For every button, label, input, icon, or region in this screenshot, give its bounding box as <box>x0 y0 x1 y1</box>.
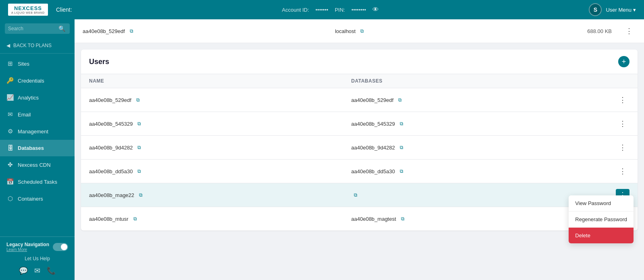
user-name-text: aa40e08b_mage22 <box>89 192 134 198</box>
regenerate-password-menu-item[interactable]: Regenerate Password <box>569 212 634 228</box>
col-header-name: Name <box>89 78 351 84</box>
email-support-icon[interactable]: ✉ <box>34 266 40 275</box>
copy-dbname-icon[interactable]: ⧉ <box>398 97 402 103</box>
view-password-menu-item[interactable]: View Password <box>569 195 634 212</box>
sidebar-item-analytics[interactable]: 📈 Analytics <box>0 89 75 106</box>
sidebar-item-sites[interactable]: ⊞ Sites <box>0 55 75 72</box>
add-user-button[interactable]: + <box>618 56 629 67</box>
back-to-plans-label: BACK TO PLANS <box>13 43 52 48</box>
sidebar-item-containers[interactable]: ⬡ Containers <box>0 190 75 207</box>
user-name-text: aa40e08b_9d4282 <box>89 145 133 151</box>
row-more-menu-icon[interactable]: ⋮ <box>616 118 629 130</box>
copy-username-icon[interactable]: ⧉ <box>139 192 143 198</box>
top-db-name-copy-icon[interactable]: ⧉ <box>130 28 133 34</box>
users-table-header: Name Databases <box>81 74 638 88</box>
table-row: aa40e08b_9d4282 ⧉ aa40e08b_9d4282 ⧉ ⋮ <box>81 136 638 160</box>
logo-box: NEXCESS A LIQUID WEB BRAND <box>8 4 48 16</box>
sidebar-item-credentials[interactable]: 🔑 Credentials <box>0 72 75 89</box>
learn-more-link[interactable]: Learn More <box>6 247 49 252</box>
sidebar-item-label: Email <box>18 112 31 118</box>
sidebar-footer: Legacy Navigation Learn More Let Us Help… <box>0 236 75 280</box>
let-us-help-text: Let Us Help <box>6 253 68 263</box>
nexcess-cdn-icon: ✤ <box>6 161 14 168</box>
header: NEXCESS A LIQUID WEB BRAND Client: Accou… <box>0 0 644 19</box>
eye-icon[interactable]: 👁 <box>372 6 379 13</box>
row-db-name: aa40e08b_545329 ⧉ <box>351 121 614 127</box>
row-db-name: aa40e08b_529edf ⧉ <box>351 97 614 103</box>
chat-icon[interactable]: 💬 <box>19 266 28 275</box>
phone-icon[interactable]: 📞 <box>47 266 56 275</box>
row-actions: ⋮ <box>613 141 629 153</box>
copy-dbname-icon[interactable]: ⧉ <box>400 168 403 174</box>
copy-dbname-icon[interactable]: ⧉ <box>401 216 405 222</box>
credentials-icon: 🔑 <box>6 77 14 84</box>
row-actions: ⋮ <box>613 165 629 177</box>
containers-icon: ⬡ <box>6 195 14 202</box>
copy-dbname-icon[interactable]: ⧉ <box>400 145 403 150</box>
sidebar-item-scheduled-tasks[interactable]: 📅 Scheduled Tasks <box>0 173 75 190</box>
users-section: Users + Name Databases aa40e08b_529edf ⧉… <box>81 50 638 230</box>
copy-dbname-icon[interactable]: ⧉ <box>354 192 357 198</box>
main-content: aa40e08b_529edf ⧉ localhost ⧉ 688.00 KB … <box>75 19 644 280</box>
users-section-title: Users <box>89 58 109 66</box>
db-name-text: aa40e08b_magtest <box>351 216 396 222</box>
db-name-text: aa40e08b_9d4282 <box>351 145 395 151</box>
copy-username-icon[interactable]: ⧉ <box>136 97 140 103</box>
row-more-menu-icon[interactable]: ⋮ <box>616 141 629 153</box>
copy-dbname-icon[interactable]: ⧉ <box>400 121 403 127</box>
user-name-text: aa40e08b_mtusr <box>89 216 129 222</box>
row-user-name: aa40e08b_mage22 ⧉ <box>89 192 351 198</box>
row-user-name: aa40e08b_529edf ⧉ <box>89 97 351 103</box>
copy-username-icon[interactable]: ⧉ <box>137 168 141 174</box>
copy-username-icon[interactable]: ⧉ <box>133 216 137 222</box>
layout: 🔍 ◀ BACK TO PLANS ⊞ Sites 🔑 Credentials … <box>0 19 644 280</box>
row-more-menu-icon[interactable]: ⋮ <box>616 165 629 177</box>
top-db-row: aa40e08b_529edf ⧉ localhost ⧉ 688.00 KB … <box>75 19 644 43</box>
email-icon: ✉ <box>6 111 14 118</box>
users-section-header: Users + <box>81 50 638 74</box>
pin-value: •••••••• <box>351 7 366 13</box>
sidebar-item-label: Nexcess CDN <box>18 162 51 168</box>
table-row: aa40e08b_545329 ⧉ aa40e08b_545329 ⧉ ⋮ <box>81 112 638 136</box>
row-more-menu-icon[interactable]: ⋮ <box>616 94 629 106</box>
logo: NEXCESS A LIQUID WEB BRAND <box>8 4 48 16</box>
back-to-plans-button[interactable]: ◀ BACK TO PLANS <box>0 38 75 54</box>
top-db-more-menu-icon[interactable]: ⋮ <box>622 25 636 37</box>
sidebar-item-label: Management <box>18 129 48 135</box>
top-db-actions: ⋮ <box>620 25 636 37</box>
copy-username-icon[interactable]: ⧉ <box>137 145 141 150</box>
row-user-name: aa40e08b_545329 ⧉ <box>89 121 351 127</box>
col-header-databases: Databases <box>351 78 614 84</box>
search-icon-button[interactable]: 🔍 <box>58 25 65 32</box>
row-actions: ⋮ <box>613 118 629 130</box>
sidebar: 🔍 ◀ BACK TO PLANS ⊞ Sites 🔑 Credentials … <box>0 19 75 280</box>
row-db-name: aa40e08b_9d4282 ⧉ <box>351 145 614 151</box>
sidebar-search: 🔍 <box>0 19 75 38</box>
legacy-nav-switch[interactable] <box>53 243 68 251</box>
sidebar-item-label: Credentials <box>18 78 44 84</box>
sidebar-item-nexcess-cdn[interactable]: ✤ Nexcess CDN <box>0 156 75 173</box>
table-row: aa40e08b_529edf ⧉ aa40e08b_529edf ⧉ ⋮ <box>81 88 638 112</box>
row-user-name: aa40e08b_mtusr ⧉ <box>89 216 351 222</box>
sidebar-item-databases[interactable]: 🗄 Databases <box>0 140 75 156</box>
top-db-host-text: localhost <box>335 28 355 34</box>
sites-icon: ⊞ <box>6 60 14 67</box>
row-actions: ⋮ <box>613 94 629 106</box>
copy-username-icon[interactable]: ⧉ <box>137 121 141 127</box>
client-label: Client: <box>56 6 72 13</box>
sidebar-item-label: Databases <box>18 145 44 151</box>
scheduled-tasks-icon: 📅 <box>6 178 14 185</box>
databases-icon: 🗄 <box>6 145 14 151</box>
delete-menu-item[interactable]: Delete <box>569 228 634 243</box>
sidebar-item-management[interactable]: ⚙ Management <box>0 123 75 140</box>
account-id-label: Account ID: <box>282 7 309 13</box>
back-arrow-icon: ◀ <box>6 43 10 48</box>
top-db-host-copy-icon[interactable]: ⧉ <box>360 28 364 34</box>
top-db-name-text: aa40e08b_529edf <box>83 28 125 34</box>
sidebar-item-email[interactable]: ✉ Email <box>0 106 75 123</box>
row-user-name: aa40e08b_9d4282 ⧉ <box>89 145 351 151</box>
header-right: S User Menu ▾ <box>589 3 636 16</box>
user-menu-button[interactable]: User Menu ▾ <box>606 7 636 13</box>
sidebar-item-label: Analytics <box>18 95 39 101</box>
analytics-icon: 📈 <box>6 94 14 101</box>
